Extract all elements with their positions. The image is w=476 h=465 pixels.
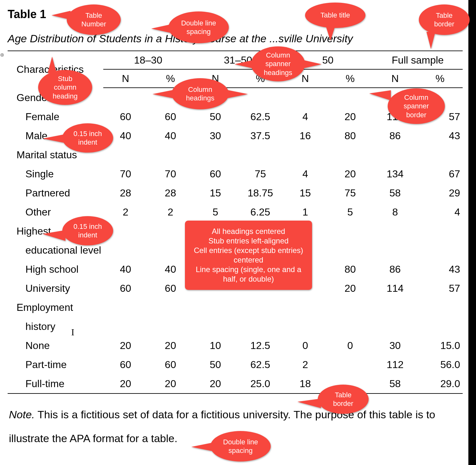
cell: 20: [148, 336, 193, 355]
cell: 8: [373, 202, 417, 222]
cell: 5: [328, 202, 373, 222]
cell: 2: [148, 202, 193, 222]
cell: 57: [418, 279, 463, 298]
callout-col-spanner: Columnspannerheadings: [251, 46, 305, 81]
group-row: history: [8, 317, 463, 336]
cell: 25.0: [238, 374, 283, 393]
cell: 62.5: [238, 107, 283, 126]
cell: 80: [328, 126, 373, 145]
stub-entry: Part-time: [8, 355, 103, 374]
cell: 4: [283, 107, 327, 126]
table-row: None20201012.5003015.0: [8, 336, 463, 355]
cell: 16: [283, 126, 327, 145]
cell: 60: [148, 107, 193, 126]
cell: 15.0: [418, 336, 463, 355]
cell: 18.75: [238, 183, 283, 202]
cell: 40: [148, 126, 193, 145]
table-row: Part-time60605062.5211256.0: [8, 355, 463, 374]
cell: 5: [193, 202, 238, 222]
cell: 40: [103, 260, 148, 279]
col-h: %: [328, 69, 373, 88]
col-h: N: [103, 69, 148, 88]
stub-entry: University: [8, 279, 103, 298]
cell: 58: [373, 183, 417, 202]
spanner-1: 18–30: [103, 51, 193, 69]
cell: 20: [328, 107, 373, 126]
cell: 4: [418, 202, 463, 222]
cell: 80: [328, 260, 373, 279]
cell: 43: [418, 126, 463, 145]
col-h: %: [418, 69, 463, 88]
cell: 15: [193, 183, 238, 202]
anchor-icon: ⊕: [0, 52, 4, 58]
cell: 6.25: [238, 202, 283, 222]
cell: 67: [418, 164, 463, 183]
cell: 20: [328, 164, 373, 183]
note-label: Note.: [9, 408, 35, 421]
cell: [328, 355, 373, 374]
group-label-cont: history: [8, 317, 463, 336]
cell: 20: [103, 374, 148, 393]
callout-indent-1: 0.15 inchindent: [62, 123, 113, 153]
callout-table-border-bot: Tableborder: [318, 385, 369, 414]
cell: 1: [283, 202, 327, 222]
callout-double-line-top: Double linespacing: [168, 11, 229, 43]
cell: 4: [283, 164, 327, 183]
callout-col-spanner-border: Columnspannerborder: [388, 88, 445, 124]
cell: 20: [328, 279, 373, 298]
stub-entry: Partnered: [8, 183, 103, 202]
callout-stub-col: Stubcolumnheading: [38, 70, 92, 105]
cell: 112: [373, 355, 417, 374]
cell: 75: [238, 164, 283, 183]
cell: 60: [193, 164, 238, 183]
cell: 0: [283, 336, 327, 355]
cell: 29: [418, 183, 463, 202]
cell: 60: [103, 279, 148, 298]
cell: 62.5: [238, 355, 283, 374]
callout-indent-2: 0.15 inchindent: [62, 216, 113, 245]
cell: 70: [148, 164, 193, 183]
table-row: Full-time20202025.0185829.0: [8, 374, 463, 393]
right-black-strip: [468, 0, 476, 465]
spanner-4: Full sample: [373, 51, 463, 69]
stub-entry: None: [8, 336, 103, 355]
stub-entry: Single: [8, 164, 103, 183]
cell: 30: [193, 126, 238, 145]
callout-double-line-bot: Double linespacing: [210, 431, 271, 462]
cell: 86: [373, 260, 417, 279]
cell: 134: [373, 164, 417, 183]
callout-table-number: TableNumber: [67, 4, 121, 35]
cell: 15: [283, 183, 327, 202]
cell: 29.0: [418, 374, 463, 393]
cell: 50: [193, 355, 238, 374]
group-label: Employment: [8, 298, 463, 317]
callout-center-box: All headings centeredStub entries left-a…: [185, 221, 312, 290]
cell: 60: [103, 355, 148, 374]
cell: 20: [193, 374, 238, 393]
cell: 12.5: [238, 336, 283, 355]
stub-entry: Full-time: [8, 374, 103, 393]
callout-col-headings: Columnheadings: [172, 78, 229, 109]
cell: 28: [103, 183, 148, 202]
cell: 20: [103, 336, 148, 355]
cell: 0: [328, 336, 373, 355]
cell: 56.0: [418, 355, 463, 374]
col-h: N: [373, 69, 417, 88]
table-row: Single7070607542013467: [8, 164, 463, 183]
cell: 58: [373, 374, 417, 393]
cell: 28: [148, 183, 193, 202]
cell: 60: [148, 355, 193, 374]
stub-entry: High school: [8, 260, 103, 279]
cell: 70: [103, 164, 148, 183]
cell: 20: [148, 374, 193, 393]
cell: 75: [328, 183, 373, 202]
cell: 86: [373, 126, 417, 145]
cell: 2: [283, 355, 327, 374]
cell: 114: [373, 279, 417, 298]
cell: 10: [193, 336, 238, 355]
cell: 43: [418, 260, 463, 279]
group-row: Employment: [8, 298, 463, 317]
callout-table-border-top: Tableborder: [419, 4, 470, 35]
cell: 50: [193, 107, 238, 126]
document-page: Table 1 Age Distribution of Students in …: [0, 0, 476, 465]
